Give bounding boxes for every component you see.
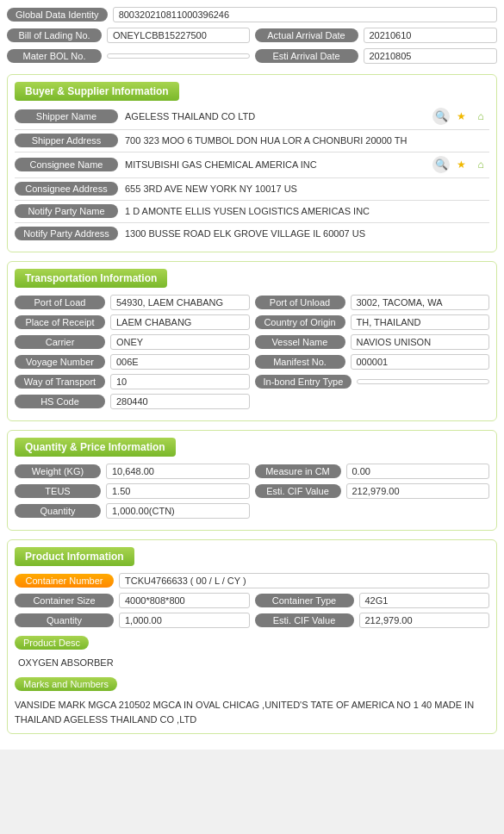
- esti-arrival-col: Esti Arrival Date 20210805: [255, 48, 498, 64]
- consignee-name-row: Consignee Name MITSUBISHI GAS CHEMICAL A…: [15, 156, 489, 173]
- shipper-name-icons: 🔍 ★ ⌂: [432, 108, 489, 125]
- star-icon[interactable]: ★: [452, 108, 470, 125]
- country-of-origin-label: Country of Origin: [255, 315, 345, 329]
- inbond-entry-label: In-bond Entry Type: [255, 375, 352, 389]
- transportation-section: Transportation Information Port of Load …: [7, 261, 497, 421]
- place-of-receipt-col: Place of Receipt LAEM CHABANG: [15, 314, 250, 330]
- bol-label: Bill of Lading No.: [7, 28, 102, 42]
- manifest-no-col: Manifest No. 000001: [255, 354, 490, 370]
- quantity-price-section: Quantity & Price Information Weight (KG)…: [7, 430, 497, 531]
- hs-code-label: HS Code: [15, 395, 105, 408]
- global-identity-label: Global Data Identity: [7, 8, 108, 22]
- port-of-load-label: Port of Load: [15, 296, 105, 309]
- voyage-manifest-row: Voyage Number 006E Manifest No. 000001: [15, 354, 489, 370]
- arrival-date-value: 20210610: [364, 28, 498, 43]
- home-icon[interactable]: ⌂: [472, 108, 489, 125]
- inbond-entry-value: [357, 379, 489, 384]
- notify-party-address-row: Notify Party Address 1300 BUSSE ROAD ELK…: [15, 227, 489, 240]
- quantity-label: Quantity: [15, 504, 101, 518]
- container-number-label: Container Number: [15, 574, 114, 588]
- quantity-value: 1,000.00(CTN): [106, 503, 250, 519]
- esti-cif-label: Esti. CIF Value: [255, 484, 341, 498]
- shipper-name-value: AGELESS THAILAND CO LTD: [125, 111, 427, 121]
- bol-value: ONEYLCBB15227500: [107, 28, 250, 43]
- quantity-price-header: Quantity & Price Information: [15, 438, 176, 457]
- esti-arrival-label: Esti Arrival Date: [255, 49, 358, 63]
- teus-cif-row: TEUS 1.50 Esti. CIF Value 212,979.00: [15, 483, 489, 499]
- weight-measure-row: Weight (KG) 10,648.00 Measure in CM 0.00: [15, 464, 489, 479]
- carrier-label: Carrier: [15, 335, 105, 349]
- manifest-no-label: Manifest No.: [255, 355, 345, 369]
- star-icon-2[interactable]: ★: [452, 156, 470, 173]
- container-size-label: Container Size: [15, 594, 114, 607]
- product-qty-cif-row: Quantity 1,000.00 Esti. CIF Value 212,97…: [15, 613, 489, 628]
- voyage-number-label: Voyage Number: [15, 355, 105, 369]
- product-desc-header-row: Product Desc: [15, 632, 489, 653]
- receipt-origin-row: Place of Receipt LAEM CHABANG Country of…: [15, 314, 489, 330]
- country-of-origin-value: TH, THAILAND: [351, 314, 490, 330]
- product-header: Product Information: [15, 547, 134, 566]
- global-identity-row: Global Data Identity 8003202108110003962…: [7, 7, 497, 22]
- esti-arrival-value: 20210805: [364, 48, 498, 64]
- country-of-origin-col: Country of Origin TH, THAILAND: [255, 314, 490, 330]
- marks-numbers-header-row: Marks and Numbers: [15, 674, 489, 694]
- teus-col: TEUS 1.50: [15, 483, 250, 499]
- notify-party-address-value: 1300 BUSSE ROAD ELK GROVE VILLAGE IL 600…: [125, 228, 489, 239]
- master-bol-row: Mater BOL No. Esti Arrival Date 20210805: [7, 48, 497, 64]
- container-size-col: Container Size 4000*808*800: [15, 593, 250, 608]
- bol-col: Bill of Lading No. ONEYLCBB15227500: [7, 28, 250, 43]
- place-of-receipt-value: LAEM CHABANG: [110, 314, 250, 330]
- measure-label: Measure in CM: [255, 464, 341, 478]
- container-type-value: 42G1: [359, 593, 490, 608]
- product-quantity-label: Quantity: [15, 613, 114, 627]
- product-desc-label: Product Desc: [15, 636, 89, 650]
- search-icon-2[interactable]: 🔍: [432, 156, 450, 173]
- container-type-col: Container Type 42G1: [255, 593, 490, 608]
- qty-row: Quantity 1,000.00(CTN): [15, 503, 489, 519]
- home-icon-2[interactable]: ⌂: [472, 156, 489, 173]
- product-esti-cif-label: Esti. CIF Value: [255, 613, 354, 627]
- consignee-address-label: Consignee Address: [15, 182, 118, 196]
- port-of-unload-value: 3002, TACOMA, WA: [351, 295, 490, 310]
- vessel-name-value: NAVIOS UNISON: [351, 334, 490, 350]
- port-of-unload-label: Port of Unload: [255, 296, 345, 309]
- consignee-address-row: Consignee Address 655 3RD AVE NEW YORK N…: [15, 182, 489, 196]
- search-icon[interactable]: 🔍: [432, 108, 450, 125]
- marks-numbers-label: Marks and Numbers: [15, 677, 117, 691]
- container-number-value: TCKU4766633 ( 00 / L / CY ): [119, 573, 489, 588]
- way-of-transport-value: 10: [110, 374, 250, 389]
- vessel-name-label: Vessel Name: [255, 335, 345, 349]
- manifest-no-value: 000001: [351, 354, 490, 370]
- quantity-col: Quantity 1,000.00(CTN): [15, 503, 250, 519]
- notify-party-name-row: Notify Party Name 1 D AMONTE ELLIS YUSEN…: [15, 204, 489, 218]
- hs-code-col: HS Code 280440: [15, 394, 250, 409]
- arrival-date-label: Actual Arrival Date: [255, 28, 358, 42]
- way-transport-inbond-row: Way of Transport 10 In-bond Entry Type: [15, 374, 489, 389]
- carrier-value: ONEY: [110, 334, 250, 350]
- measure-col: Measure in CM 0.00: [255, 464, 490, 479]
- measure-value: 0.00: [346, 464, 490, 479]
- product-esti-cif-col: Esti. CIF Value 212,979.00: [255, 613, 490, 628]
- way-of-transport-label: Way of Transport: [15, 375, 105, 389]
- container-number-row: Container Number TCKU4766633 ( 00 / L / …: [15, 573, 489, 588]
- esti-cif-value: 212,979.00: [346, 483, 490, 499]
- port-of-load-col: Port of Load 54930, LAEM CHABANG: [15, 295, 250, 310]
- shipper-address-value: 700 323 MOO 6 TUMBOL DON HUA LOR A CHONB…: [125, 135, 489, 146]
- product-desc-value-row: OXYGEN ABSORBER: [15, 657, 489, 669]
- hs-code-value: 280440: [110, 394, 250, 409]
- shipper-address-label: Shipper Address: [15, 134, 118, 147]
- hs-code-row: HS Code 280440: [15, 394, 489, 409]
- transportation-header: Transportation Information: [15, 269, 167, 288]
- voyage-number-value: 006E: [110, 354, 250, 370]
- notify-party-name-label: Notify Party Name: [15, 204, 118, 218]
- container-type-label: Container Type: [255, 594, 354, 607]
- shipper-name-row: Shipper Name AGELESS THAILAND CO LTD 🔍 ★…: [15, 108, 489, 125]
- port-of-load-value: 54930, LAEM CHABANG: [110, 295, 250, 310]
- port-load-unload-row: Port of Load 54930, LAEM CHABANG Port of…: [15, 295, 489, 310]
- esti-cif-col: Esti. CIF Value 212,979.00: [255, 483, 490, 499]
- consignee-name-value: MITSUBISHI GAS CHEMICAL AMERICA INC: [125, 159, 427, 170]
- port-of-unload-col: Port of Unload 3002, TACOMA, WA: [255, 295, 490, 310]
- marks-numbers-value-row: VANSIDE MARK MGCA 210502 MGCA IN OVAL CH…: [15, 698, 489, 726]
- carrier-vessel-row: Carrier ONEY Vessel Name NAVIOS UNISON: [15, 334, 489, 350]
- product-quantity-col: Quantity 1,000.00: [15, 613, 250, 628]
